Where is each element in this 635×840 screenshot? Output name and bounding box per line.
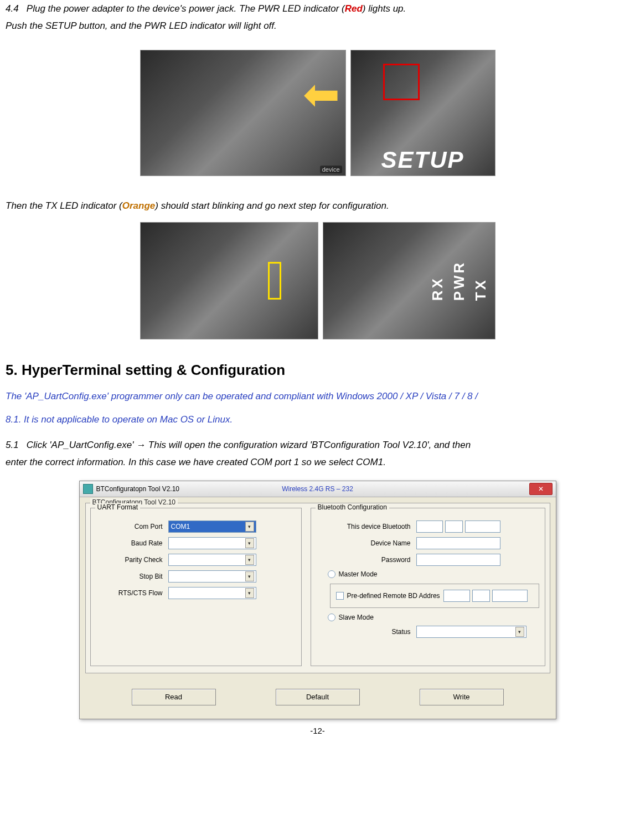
chevron-down-icon: ▾ [245, 538, 254, 548]
uart-legend: UART Format [95, 503, 141, 511]
write-button-label: Write [453, 693, 469, 701]
bd-addr-1[interactable] [416, 521, 443, 533]
slave-radio[interactable] [328, 614, 335, 621]
device-name-input[interactable] [416, 537, 500, 549]
photo-led-labels: RX PWR TX [323, 222, 495, 339]
chevron-down-icon: ▾ [245, 571, 254, 581]
com-port-value: COM1 [171, 523, 190, 530]
step-5-1-number: 5.1 [6, 440, 19, 450]
rtscts-label: RTS/CTS Flow [96, 589, 168, 597]
chevron-down-icon: ▾ [515, 627, 524, 637]
step-5-1-line1: 5.1 Click 'AP_UartConfig.exe' → This wil… [6, 437, 629, 454]
predef-bd-2[interactable] [472, 590, 490, 602]
slave-mode-label: Slave Mode [339, 614, 374, 621]
step-4-4-text-b: ) lights up. [363, 3, 406, 14]
led-pwr: PWR [451, 260, 468, 301]
step-4-4-text-a: Plug the power adapter to the device's p… [27, 3, 345, 14]
photo-row-1: ⬅ device SETUP [6, 50, 629, 176]
com-port-combo[interactable]: COM1 ▾ [168, 521, 256, 533]
predef-checkbox[interactable] [336, 592, 344, 600]
predef-label: Pre-defined Remote BD Addres [347, 592, 440, 600]
predef-sub-group: Pre-defined Remote BD Addres [330, 584, 539, 608]
section-5-heading: 5. HyperTerminal setting & Configuration [6, 362, 629, 379]
step-5-1-text-a: Click 'AP_UartConfig.exe' [27, 440, 136, 450]
between-text-a: Then the TX LED indicator ( [6, 200, 122, 211]
stopbit-label: Stop Bit [96, 573, 168, 580]
step-4-4-line1: 4.4 Plug the power adapter to the device… [6, 1, 629, 17]
default-button[interactable]: Default [276, 689, 360, 705]
rtscts-combo[interactable]: ▾ [168, 587, 256, 599]
window-title-left: BTConfiguratopn Tool V2.10 [96, 485, 180, 493]
com-port-label: Com Port [96, 523, 168, 530]
button-row: Read Default Write [80, 679, 556, 719]
photo-setup-button: SETUP [350, 50, 495, 176]
page-footer: -12- [6, 726, 629, 735]
tx-blink-line: Then the TX LED indicator (Orange) shoul… [6, 198, 629, 214]
step-5-1-text-b: This will open the configuration wizard … [146, 440, 471, 450]
red-highlight-box [383, 64, 420, 100]
bluetooth-group: Bluetooth Configuration This device Blue… [311, 508, 545, 666]
window-title-center: Wireless 2.4G RS – 232 [282, 485, 353, 493]
step-4-4-line2: Push the SETUP button, and the PWR LED i… [6, 18, 629, 34]
setup-overlay-text: SETUP [381, 147, 464, 173]
arrow-glyph: → [136, 440, 146, 450]
photo-label: device [320, 166, 342, 173]
bluetooth-legend: Bluetooth Configuration [316, 503, 389, 511]
default-button-label: Default [306, 693, 329, 701]
section-5-note-line1: The 'AP_UartConfig.exe' programmer only … [6, 388, 629, 405]
status-combo[interactable]: ▾ [416, 626, 526, 638]
bd-address-fields [416, 521, 500, 533]
outer-group: BTConfiguratopn Tool V2.10 UART Format C… [85, 503, 550, 673]
predef-bd-1[interactable] [443, 590, 470, 602]
close-button[interactable]: ✕ [529, 483, 553, 495]
device-name-label: Device Name [317, 539, 416, 547]
uart-group: UART Format Com Port COM1 ▾ Baud Rate ▾ … [90, 508, 302, 666]
titlebar: BTConfiguratopn Tool V2.10 Wireless 2.4G… [80, 481, 556, 497]
step-5-1-line2: enter the correct information. In this c… [6, 455, 629, 471]
predef-bd-fields [443, 590, 528, 602]
config-window-wrap: BTConfiguratopn Tool V2.10 Wireless 2.4G… [6, 481, 629, 719]
predef-bd-3[interactable] [492, 590, 528, 602]
this-device-label: This device Bluetooth [317, 523, 416, 530]
master-mode-label: Master Mode [339, 570, 378, 578]
parity-combo[interactable]: ▾ [168, 554, 256, 566]
write-button[interactable]: Write [420, 689, 504, 705]
step-4-4-number: 4.4 [6, 3, 19, 14]
baud-rate-label: Baud Rate [96, 539, 168, 547]
photo-device-tx [140, 222, 318, 339]
bd-addr-3[interactable] [465, 521, 500, 533]
led-tx: TX [472, 260, 489, 301]
stopbit-combo[interactable]: ▾ [168, 570, 256, 583]
read-button[interactable]: Read [132, 689, 216, 705]
yellow-highlight-box [268, 262, 281, 300]
master-radio[interactable] [328, 570, 335, 578]
led-rx: RX [429, 260, 446, 301]
bd-addr-2[interactable] [445, 521, 463, 533]
password-label: Password [317, 556, 416, 564]
orange-word: Orange [122, 200, 156, 211]
password-input[interactable] [416, 554, 500, 566]
section-5-note-line2: 8.1. It is not applicable to operate on … [6, 411, 629, 428]
chevron-down-icon: ▾ [245, 588, 254, 598]
photo-row-2: RX PWR TX [6, 222, 629, 339]
between-text-b: ) should start blinking and go next step… [155, 200, 389, 211]
app-icon [83, 484, 93, 494]
chevron-down-icon: ▾ [245, 522, 254, 532]
led-label-group: RX PWR TX [429, 260, 489, 301]
read-button-label: Read [165, 693, 182, 701]
yellow-arrow-icon: ⬅ [303, 68, 340, 120]
config-window: BTConfiguratopn Tool V2.10 Wireless 2.4G… [79, 481, 556, 719]
parity-label: Parity Check [96, 556, 168, 564]
red-word: Red [345, 3, 363, 14]
chevron-down-icon: ▾ [245, 555, 254, 565]
baud-rate-combo[interactable]: ▾ [168, 537, 256, 549]
status-label: Status [317, 628, 416, 636]
photo-device-arrow: ⬅ device [140, 50, 346, 176]
